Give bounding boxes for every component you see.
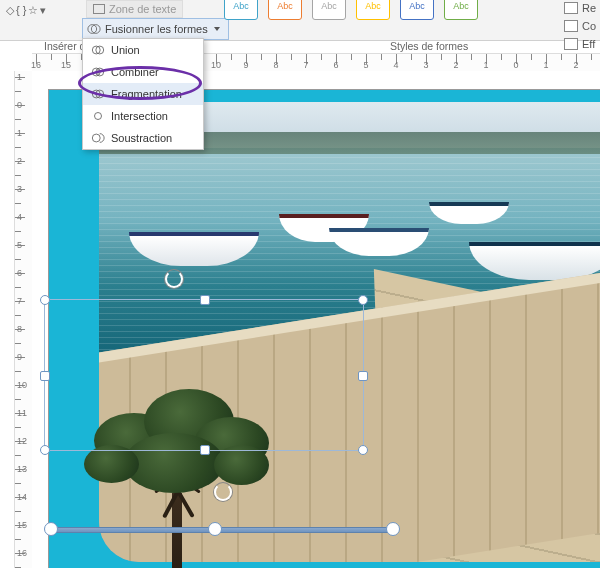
selection-handle[interactable] <box>208 522 222 536</box>
selection-handle[interactable] <box>40 371 50 381</box>
style-swatch[interactable]: Abc <box>400 0 434 20</box>
merge-shapes-button[interactable]: Fusionner les formes <box>82 18 229 40</box>
selection-handle[interactable] <box>358 295 368 305</box>
merge-shapes-menu: UnionCombinerFragmentationIntersectionSo… <box>82 38 204 150</box>
ribbon: ◇{ }☆▾ Zone de texte Fusionner les forme… <box>0 0 600 41</box>
style-swatch[interactable]: Abc <box>268 0 302 20</box>
insert-group-label: Insérer d <box>44 40 85 52</box>
merge-option-icon <box>91 109 105 123</box>
text-box-label: Zone de texte <box>109 1 176 17</box>
styles-group-label: Styles de formes <box>390 40 468 52</box>
shape-style-swatches: AbcAbcAbcAbcAbcAbc <box>224 0 478 20</box>
style-swatch[interactable]: Abc <box>224 0 258 20</box>
shape-format-item[interactable]: Re <box>564 0 596 16</box>
selection-handle[interactable] <box>358 445 368 455</box>
swatch-icon <box>564 38 578 50</box>
svg-point-8 <box>92 134 100 142</box>
merge-menu-item-soustraction[interactable]: Soustraction <box>83 127 203 149</box>
style-swatch[interactable]: Abc <box>444 0 478 20</box>
merge-option-icon <box>91 131 105 145</box>
selection-handle[interactable] <box>386 522 400 536</box>
selection-handle[interactable] <box>200 445 210 455</box>
merge-option-icon <box>91 65 105 79</box>
merge-option-icon <box>91 43 105 57</box>
ruler-corner <box>0 71 14 568</box>
rotate-handle-icon[interactable] <box>214 483 232 501</box>
merge-shapes-icon <box>87 22 101 36</box>
textbox-icon <box>93 4 105 14</box>
selection-box <box>44 299 364 451</box>
shape-format-item[interactable]: Co <box>564 18 596 34</box>
shape-format-item[interactable]: Eff <box>564 36 596 52</box>
style-swatch[interactable]: Abc <box>312 0 346 20</box>
merge-shapes-label: Fusionner les formes <box>105 20 208 38</box>
selection-handle[interactable] <box>40 295 50 305</box>
chevron-down-icon <box>214 27 220 31</box>
vertical-ruler: 1012345678910111213141516 <box>14 71 34 568</box>
merge-menu-item-combiner[interactable]: Combiner <box>83 61 203 83</box>
selection-handle[interactable] <box>44 522 58 536</box>
text-box-button[interactable]: Zone de texte <box>86 0 183 18</box>
style-swatch[interactable]: Abc <box>356 0 390 20</box>
selection-handle[interactable] <box>358 371 368 381</box>
rotate-handle-icon[interactable] <box>165 270 183 288</box>
selection-handle[interactable] <box>200 295 210 305</box>
merge-option-icon <box>91 87 105 101</box>
merge-menu-item-fragmentation[interactable]: Fragmentation <box>83 83 203 105</box>
merge-menu-item-union[interactable]: Union <box>83 39 203 61</box>
shape-gallery[interactable]: ◇{ }☆▾ <box>6 0 78 20</box>
line-shape-selected[interactable] <box>48 525 396 533</box>
selection-handle[interactable] <box>40 445 50 455</box>
swatch-icon <box>564 20 578 32</box>
merge-menu-item-intersection[interactable]: Intersection <box>83 105 203 127</box>
swatch-icon <box>564 2 578 14</box>
shape-fill-group: ReCoEff <box>564 0 596 52</box>
